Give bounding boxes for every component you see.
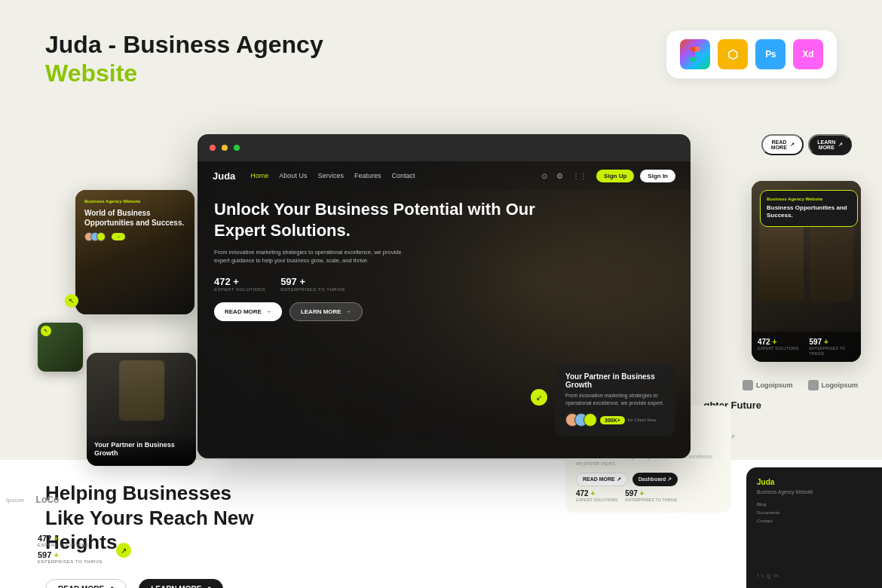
logoipsum-right-2: Logoipsum (808, 380, 859, 390)
left-card-1: Business Agency Website World of Busines… (75, 190, 194, 314)
logoipsum-right: Logoipsum Logoipsum (743, 380, 858, 390)
brc-stat-1-lbl: EXPERT SOLUTIONS (576, 498, 617, 502)
sbl-stat-2-label: ENTERPRISES TO THRIVE (38, 559, 103, 564)
nav-link-contact[interactable]: Contact (391, 172, 415, 179)
fdp-social-ig[interactable]: ig (766, 572, 770, 579)
stats-bottom-left: 472 + EXPERT SOLUTIONS 597 + ENTERPRISES… (38, 534, 103, 567)
boc-title: Business Opportunities and Success. (767, 204, 851, 220)
fdp-social-li[interactable]: in (774, 572, 779, 579)
fdp-sub: Business Agency Website (757, 489, 871, 495)
hero-read-more-button[interactable]: READ MORE → (214, 302, 282, 321)
right-main-card-stats: 472 + EXPERT SOLUTIONS 597 + ENTERPRISES… (752, 332, 861, 362)
browser-content: Juda Home About Us Services Features Con… (198, 161, 691, 458)
bottom-learn-more-button[interactable]: LEARN MORE ↗ (139, 579, 223, 589)
brc-stat-2-num: 597 + (625, 489, 677, 498)
hero-stat-2-label: ENTERPRISES TO THRIVE (280, 287, 345, 292)
hero-headline: Unlock Your Business Potential with Our … (214, 199, 540, 240)
tool-icons-panel: ⬡ Ps Xd (666, 30, 837, 78)
rmc-stat-1: 472 + EXPERT SOLUTIONS (758, 338, 804, 356)
left-card-2: Your Partner in Business Growth (87, 353, 196, 466)
site-nav-links: Home About Us Services Features Contact (250, 172, 541, 179)
hero-learn-more-button[interactable]: LEARN MORE → (289, 302, 363, 321)
left-card-1-btn: → (84, 232, 185, 241)
brc-buttons: READ MORE ↗ Dashboard ↗ (576, 473, 721, 486)
hero-arrow-badge: ↙ (531, 389, 547, 406)
brc-stat-row: 472 + EXPERT SOLUTIONS 597 + ENTERPRISES… (576, 489, 721, 502)
sketch-icon[interactable]: ⬡ (718, 39, 748, 69)
bottom-buttons: READ MORE ↗ LEARN MORE ↗ (45, 567, 256, 589)
hero-stat-2-num: 597 + (280, 276, 345, 287)
hero-subtext: From innovative marketing strategies to … (214, 248, 410, 265)
photoshop-icon[interactable]: Ps (755, 39, 786, 69)
sbl-stat-2-num: 597 + (38, 550, 103, 559)
left-card-1-tag: Business Agency Website (84, 199, 185, 204)
site-navbar: Juda Home About Us Services Features Con… (198, 161, 691, 190)
logo-ipsum-text: ipsum (0, 497, 30, 504)
lm-arrow: ↗ (838, 142, 843, 148)
right-read-more-btn[interactable]: READ MORE ↗ (761, 134, 804, 155)
rmc-stat-2: 597 + ENTERPRISES TO THRIVE (810, 338, 856, 356)
fdp-logo: Juda (757, 478, 871, 486)
sbl-stat-1-label: EXPERT SOLUTIONS (38, 543, 103, 547)
logoipsum-1-icon (743, 380, 753, 390)
signin-button[interactable]: Sign In (640, 170, 675, 182)
logo-loco-text: LoCo (30, 495, 66, 505)
left-card-1-title: World of Business Opportunities and Succ… (84, 208, 185, 228)
nav-link-features[interactable]: Features (354, 172, 381, 179)
brc-stat-2-lbl: ENTERPRISES TO THRIVE (625, 498, 677, 502)
partner-card: Your Partner in Business Growth From inn… (555, 363, 675, 436)
fdp-link-blog[interactable]: Blog (757, 501, 871, 509)
hero-stat-1-num: 472 + (214, 276, 265, 287)
page-header: Juda - Business Agency Website (45, 30, 323, 88)
left-card-1-cta[interactable]: → (112, 233, 125, 240)
right-card-top: READ MORE ↗ LEARN MORE ↗ (761, 134, 852, 155)
fdp-link-docs[interactable]: Documents (757, 509, 871, 517)
fdp-link-contact[interactable]: Contact (757, 517, 871, 525)
left-small-arrow: ↖ (41, 326, 51, 336)
bottom-read-more-button[interactable]: READ MORE ↗ (45, 579, 127, 589)
nav-link-services[interactable]: Services (317, 172, 344, 179)
page-title-main: Juda - Business Agency (45, 30, 323, 59)
left-small-image: ↖ (38, 323, 83, 372)
left-card-1-content: Business Agency Website World of Busines… (75, 190, 194, 314)
nav-link-home[interactable]: Home (250, 172, 268, 179)
bottom-rm-label: READ MORE (58, 585, 104, 589)
brc-stat-1-num: 472 + (576, 489, 617, 498)
browser-mockup: Juda Home About Us Services Features Con… (198, 134, 691, 458)
business-opp-card: Business Agency Website Business Opportu… (760, 190, 858, 227)
partner-card-title: Your Partner in Business Growth (565, 372, 665, 389)
hero-stats: 472 + EXPERT SOLUTIONS 597 + ENTERPRISES… (214, 276, 540, 292)
hero-read-more-arrow: → (265, 308, 271, 315)
bottom-lm-label: LEARN MORE (151, 585, 201, 589)
avatar-3 (583, 413, 597, 427)
right-learn-more-btn[interactable]: LEARN MORE ↗ (808, 134, 852, 155)
right-card-buttons: READ MORE ↗ LEARN MORE ↗ (761, 134, 852, 155)
left-arrow-badge: ↖ (65, 294, 78, 308)
brc-read-more-btn[interactable]: READ MORE ↗ (576, 473, 628, 486)
nav-settings-icon: ⚙ (556, 172, 563, 180)
sbl-stat-1-num: 472 + (38, 534, 103, 543)
logoipsum-right-1: Logoipsum (743, 380, 793, 390)
nav-link-about[interactable]: About Us (279, 172, 307, 179)
brc-dashboard-btn[interactable]: Dashboard ↗ (632, 473, 678, 486)
hero-read-more-label: READ MORE (225, 308, 262, 315)
hero-buttons: READ MORE → LEARN MORE → (214, 302, 540, 321)
browser-min-dot (222, 145, 228, 151)
brc-stat-item-2: 597 + ENTERPRISES TO THRIVE (625, 489, 677, 502)
hero-learn-more-label: LEARN MORE (301, 308, 341, 315)
logoipsum-2-icon (808, 380, 819, 390)
sbl-stat-1: 472 + EXPERT SOLUTIONS (38, 534, 103, 547)
bottom-logos: ipsum LoCo (0, 495, 65, 505)
logoipsum-2-text: Logoipsum (822, 381, 859, 389)
figma-icon[interactable] (680, 39, 710, 69)
logoipsum-1-text: Logoipsum (756, 381, 793, 389)
signup-button[interactable]: Sign Up (596, 170, 634, 182)
xd-icon[interactable]: Xd (793, 39, 823, 69)
hero-text-area: Unlock Your Business Potential with Our … (214, 199, 540, 321)
rm-arrow: ↗ (790, 142, 795, 148)
fdp-social-fb[interactable]: f (757, 572, 758, 579)
fdp-social-tw[interactable]: t (761, 572, 763, 579)
bottom-left-arrow-badge: ↗ (116, 543, 131, 558)
lc1-av-3 (96, 232, 106, 241)
page-title-sub: Website (45, 59, 323, 87)
